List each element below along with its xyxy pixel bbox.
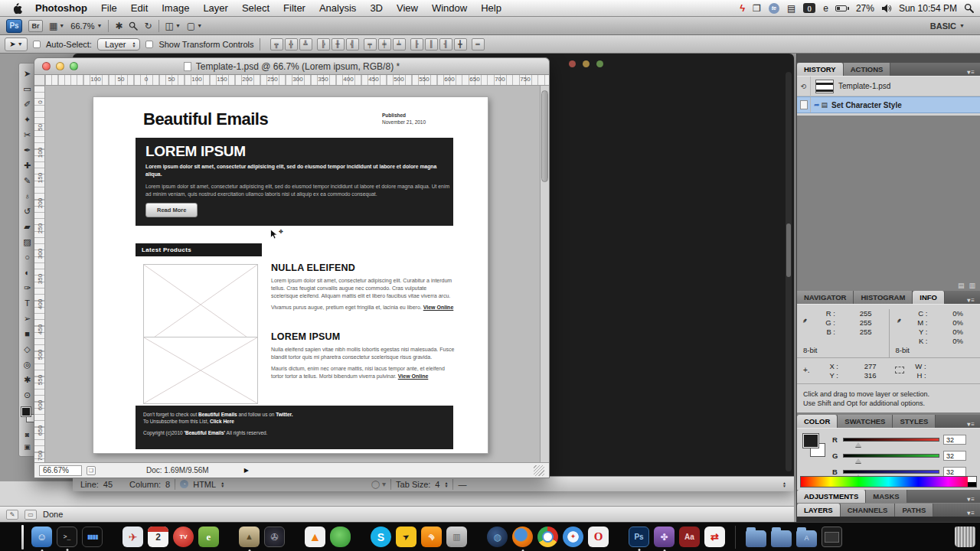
history-tab-history[interactable]: HISTORY: [797, 63, 844, 76]
eyedropper-tool[interactable]: ✒: [19, 142, 35, 158]
color-slider-track[interactable]: [843, 438, 939, 442]
healing-brush-tool[interactable]: ✚: [19, 158, 35, 173]
shape-tool[interactable]: ■: [19, 326, 35, 341]
syntax-mode-stepper[interactable]: ▲▼: [220, 481, 224, 487]
foreground-color-swatch[interactable]: [803, 434, 818, 448]
minimize-button[interactable]: [583, 60, 590, 67]
color-value-field[interactable]: 32: [943, 435, 966, 445]
align-horizontal-centers-button[interactable]: ╫: [332, 38, 345, 51]
window-ruler-icon[interactable]: ▭: [24, 510, 37, 520]
adjustments-tab-masks[interactable]: MASKS: [866, 490, 906, 503]
zoom-percent-field[interactable]: 66.67%: [39, 465, 82, 476]
navigator-tab-histogram[interactable]: HISTOGRAM: [854, 291, 913, 304]
align-right-edges-button[interactable]: ╣: [346, 38, 359, 51]
color-tab-swatches[interactable]: SWATCHES: [838, 415, 893, 428]
windows-copy-icon[interactable]: ❐: [753, 3, 761, 14]
te-circle-icon[interactable]: te: [769, 3, 779, 14]
layers-panel-menu-icon[interactable]: ▾≡: [967, 510, 980, 517]
dock-safari[interactable]: ✦: [563, 527, 583, 547]
canvas-scrollbar[interactable]: [540, 86, 549, 462]
align-left-edges-button[interactable]: ╠: [317, 38, 330, 51]
canvas-scrollbar-thumb[interactable]: [541, 90, 548, 182]
document-canvas[interactable]: Beautiful Emails Published November 21, …: [45, 86, 549, 462]
color-slider-track[interactable]: [843, 454, 939, 458]
slider-thumb[interactable]: [855, 442, 861, 447]
history-brush-source-icon[interactable]: ⟲: [797, 77, 811, 96]
minimize-button[interactable]: [56, 62, 64, 70]
gradient-tool[interactable]: ▨: [19, 234, 35, 249]
dock-istat-menus[interactable]: ▮▮▮▮: [82, 527, 103, 547]
close-button[interactable]: [569, 60, 576, 67]
apple-menu-icon[interactable]: [6, 2, 28, 14]
code-scrollbar-thumb[interactable]: [786, 223, 791, 277]
document-titlebar[interactable]: Template-1.psd @ 66.7% (Lorem ipsum, RGB…: [34, 58, 549, 75]
snapshot-thumbnail[interactable]: [815, 80, 834, 93]
scroll-stepper[interactable]: ▲▼: [782, 481, 786, 487]
clone-stamp-tool[interactable]: ♁: [19, 188, 35, 204]
eraser-tool[interactable]: ▰: [19, 219, 35, 234]
resize-grip[interactable]: [534, 465, 544, 476]
dock-folder-applications[interactable]: A: [796, 530, 817, 547]
align-bottom-edges-button[interactable]: ╩: [299, 38, 312, 51]
zoom-level-select[interactable]: 66.7%▼: [70, 21, 102, 31]
dodge-tool[interactable]: ◐: [19, 265, 35, 280]
screen-mode-toggle[interactable]: ▣: [19, 441, 35, 453]
dock-gray-box-app[interactable]: ▥: [446, 527, 467, 547]
menu-window[interactable]: Window: [425, 2, 474, 14]
dock-evernote[interactable]: e: [198, 527, 219, 547]
crop-tool[interactable]: ✂: [19, 127, 35, 142]
distribute-top-button[interactable]: ╤: [364, 38, 377, 51]
dock-folder-utilities[interactable]: [746, 530, 766, 547]
evernote-menu-icon[interactable]: e: [823, 3, 828, 14]
align-vertical-centers-button[interactable]: ╬: [285, 38, 298, 51]
show-transform-checkbox[interactable]: [145, 41, 153, 48]
battery-icon[interactable]: [835, 5, 849, 11]
history-brush-tool[interactable]: ↺: [19, 204, 35, 219]
move-tool[interactable]: ➤: [19, 66, 35, 81]
dock-finder[interactable]: ☺: [31, 527, 52, 547]
path-selection-tool[interactable]: ➢: [19, 311, 35, 326]
color-panel-menu-icon[interactable]: ▾≡: [967, 421, 980, 428]
dock-imovie[interactable]: ✇: [264, 527, 285, 547]
color-spectrum-ramp[interactable]: [800, 476, 977, 487]
align-top-edges-button[interactable]: ╦: [270, 38, 283, 51]
history-tab-actions[interactable]: ACTIONS: [844, 63, 891, 76]
dock-tvshows[interactable]: TV: [173, 527, 194, 547]
dock-red-arrows-app[interactable]: ⇄: [704, 527, 725, 547]
tab-size-stepper[interactable]: ▲▼: [444, 481, 448, 487]
menu-view[interactable]: View: [390, 2, 425, 14]
dock-firefox[interactable]: [512, 527, 533, 547]
screen-mode-button[interactable]: ▢▼: [187, 21, 202, 31]
menubar-clock[interactable]: Sun 10:54 PM: [899, 3, 957, 14]
distribute-bottom-button[interactable]: ╧: [393, 38, 406, 51]
layers-tab-layers[interactable]: LAYERS: [797, 504, 841, 517]
menu-image[interactable]: Image: [155, 2, 196, 14]
color-tab-styles[interactable]: STYLES: [893, 415, 936, 428]
dock-opera[interactable]: O: [588, 527, 609, 547]
color-value-field[interactable]: 32: [943, 451, 966, 461]
quick-mask-button[interactable]: ◙: [19, 429, 35, 441]
hand-tool-button[interactable]: ✱: [115, 21, 122, 31]
zoom-tool-button[interactable]: [129, 21, 138, 31]
dock-rss-reader[interactable]: ))): [421, 527, 442, 547]
bridge-launch-button[interactable]: Br: [28, 20, 43, 32]
dock-chrome[interactable]: [537, 527, 558, 547]
close-button[interactable]: [42, 62, 51, 70]
dock-mailplane[interactable]: ✈: [122, 527, 143, 547]
auto-align-layers-button[interactable]: ═: [472, 38, 485, 51]
foreground-color-swatch[interactable]: [21, 407, 31, 416]
3d-rotate-tool[interactable]: ◇: [19, 341, 35, 357]
menu-3d[interactable]: 3D: [363, 2, 390, 14]
color-tab-color[interactable]: COLOR: [797, 415, 838, 428]
menu-photoshop[interactable]: Photoshop: [28, 2, 94, 14]
volume-icon[interactable]: [881, 4, 892, 13]
history-source-well[interactable]: [797, 97, 811, 112]
dock-trash[interactable]: [955, 527, 975, 547]
zoom-tool[interactable]: ⊙: [19, 387, 35, 403]
distribute-right-button[interactable]: ╢: [439, 38, 452, 51]
vertical-ruler[interactable]: 0501001502002503003504004505005506006507…: [34, 86, 45, 462]
adjustments-tab-adjustments[interactable]: ADJUSTMENTS: [797, 490, 866, 503]
collapse-grid-icon[interactable]: ▤: [958, 282, 965, 289]
page-preview-icon[interactable]: ❏: [87, 466, 96, 475]
flash-icon[interactable]: ϟ: [740, 2, 745, 14]
